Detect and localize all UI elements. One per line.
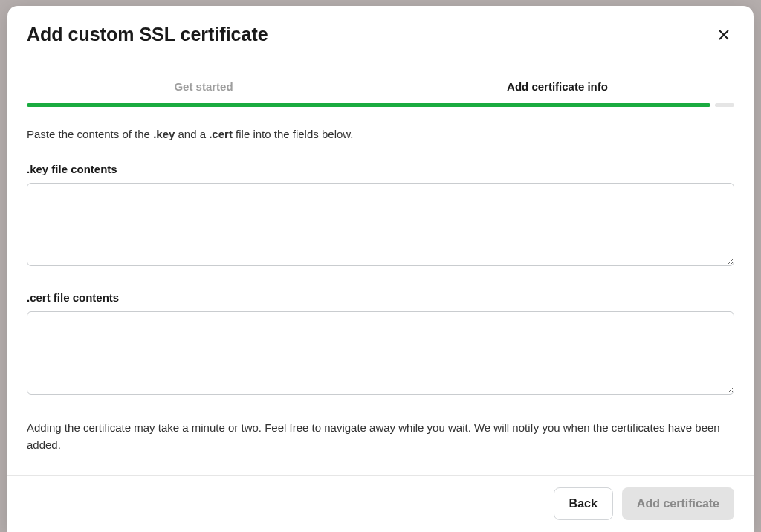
- key-textarea[interactable]: [27, 183, 734, 266]
- dialog-header: Add custom SSL certificate: [7, 6, 754, 62]
- cert-textarea[interactable]: [27, 311, 734, 395]
- dialog-footer: Back Add certificate: [7, 475, 754, 532]
- cert-field-group: .cert file contents: [27, 291, 734, 398]
- key-field-group: .key file contents: [27, 163, 734, 269]
- dialog-title: Add custom SSL certificate: [27, 24, 268, 45]
- instructions-text: Paste the contents of the .key and a .ce…: [27, 128, 734, 140]
- step-add-info[interactable]: Add certificate info: [380, 80, 734, 103]
- add-certificate-button[interactable]: Add certificate: [622, 487, 734, 520]
- close-button[interactable]: [713, 25, 734, 45]
- dialog-body: Paste the contents of the .key and a .ce…: [7, 107, 754, 475]
- instr-mid: and a: [175, 128, 209, 140]
- add-ssl-dialog: Add custom SSL certificate Get started A…: [7, 6, 754, 532]
- key-field-label: .key file contents: [27, 163, 734, 175]
- step-get-started[interactable]: Get started: [27, 80, 380, 103]
- back-button[interactable]: Back: [554, 487, 613, 520]
- instr-cert: .cert: [209, 128, 233, 140]
- footer-note: Adding the certificate may take a minute…: [27, 420, 734, 453]
- close-icon: [718, 29, 730, 41]
- step-tabs: Get started Add certificate info: [7, 62, 754, 103]
- instr-suffix: file into the fields below.: [233, 128, 354, 140]
- cert-field-label: .cert file contents: [27, 291, 734, 304]
- instr-key: .key: [153, 128, 175, 140]
- instr-prefix: Paste the contents of the: [27, 128, 153, 140]
